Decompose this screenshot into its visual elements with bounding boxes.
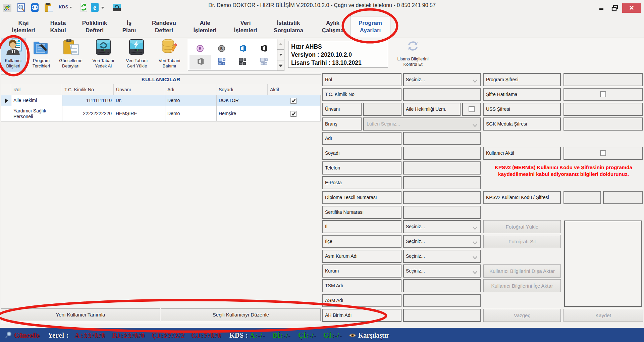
svg-text:B: B bbox=[220, 47, 223, 51]
svg-text:B: B bbox=[199, 47, 202, 51]
